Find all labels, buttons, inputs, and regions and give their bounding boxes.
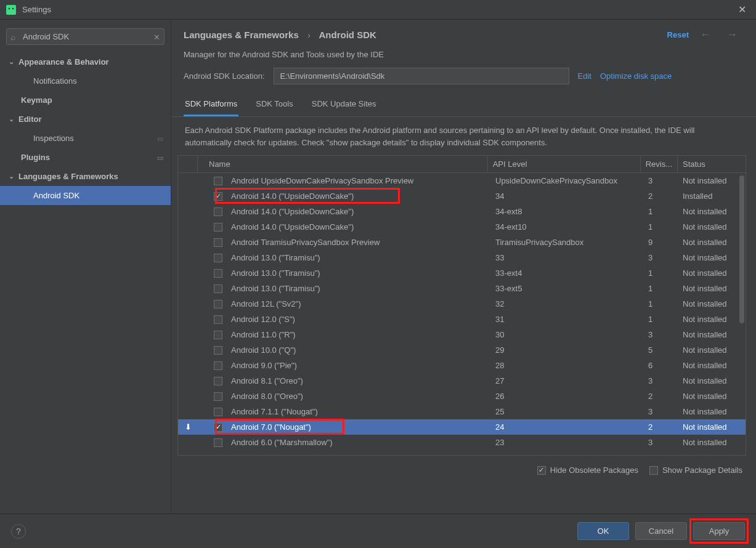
row-name: Android 11.0 ("R") xyxy=(226,326,490,343)
row-status: Installed xyxy=(678,188,746,204)
row-checkbox[interactable] xyxy=(214,238,222,247)
sidebar-item-3[interactable]: ⌄Editor xyxy=(0,110,171,129)
show-details-checkbox[interactable]: Show Package Details xyxy=(649,465,742,475)
row-checkbox[interactable] xyxy=(214,208,222,216)
col-rev-header[interactable]: Revis... xyxy=(641,156,678,172)
row-checkbox[interactable] xyxy=(214,192,222,201)
row-name: Android TiramisuPrivacySandbox Preview xyxy=(226,234,490,251)
row-status: Not installed xyxy=(678,234,746,251)
download-icon xyxy=(178,239,198,246)
row-api: 33-ext5 xyxy=(490,280,643,297)
row-checkbox[interactable] xyxy=(214,331,222,339)
download-icon xyxy=(178,270,198,277)
row-api: 30 xyxy=(490,326,643,343)
table-row[interactable]: Android 11.0 ("R")303Not installed xyxy=(178,327,746,342)
row-name: Android 7.1.1 ("Nougat") xyxy=(226,403,490,420)
sdk-location-input[interactable] xyxy=(274,68,569,84)
row-name: Android 14.0 ("UpsideDownCake") xyxy=(226,188,490,204)
sidebar-item-4[interactable]: Inspections▭ xyxy=(0,129,171,148)
sidebar-item-6[interactable]: ⌄Languages & Frameworks xyxy=(0,167,171,186)
row-checkbox[interactable] xyxy=(214,177,222,185)
breadcrumb-sep: › xyxy=(307,30,311,40)
row-api: 24 xyxy=(490,419,643,435)
row-status: Not installed xyxy=(678,296,746,312)
row-checkbox[interactable] xyxy=(214,361,222,370)
sdk-location-label: Android SDK Location: xyxy=(184,71,265,81)
table-row[interactable]: ⬇Android 7.0 ("Nougat")242Not installed xyxy=(178,419,746,435)
col-name-header[interactable]: Name xyxy=(198,156,488,172)
checkbox-icon xyxy=(537,466,546,475)
row-rev: 5 xyxy=(643,342,678,358)
row-rev: 1 xyxy=(643,296,678,312)
row-status: Not installed xyxy=(678,388,746,405)
table-row[interactable]: Android 12.0 ("S")311Not installed xyxy=(178,312,746,327)
table-row[interactable]: Android 14.0 ("UpsideDownCake")34-ext101… xyxy=(178,219,746,235)
table-body[interactable]: Android UpsideDownCakePrivacySandbox Pre… xyxy=(178,173,746,455)
row-status: Not installed xyxy=(678,403,746,420)
row-checkbox[interactable] xyxy=(214,223,222,232)
row-rev: 1 xyxy=(643,311,678,328)
row-status: Not installed xyxy=(678,173,746,189)
row-status: Not installed xyxy=(678,280,746,297)
row-checkbox[interactable] xyxy=(214,438,222,447)
row-checkbox[interactable] xyxy=(214,377,222,385)
tab-2[interactable]: SDK Update Sites xyxy=(311,94,378,116)
sidebar-item-1[interactable]: Notifications xyxy=(0,71,171,91)
cancel-button[interactable]: Cancel xyxy=(635,522,687,540)
table-row[interactable]: Android UpsideDownCakePrivacySandbox Pre… xyxy=(178,173,746,188)
row-checkbox[interactable] xyxy=(214,315,222,324)
optimize-link[interactable]: Optimize disk space xyxy=(600,71,672,81)
sidebar-item-5[interactable]: Plugins▭ xyxy=(0,148,171,167)
table-row[interactable]: Android 14.0 ("UpsideDownCake")34-ext81N… xyxy=(178,204,746,219)
row-checkbox[interactable] xyxy=(214,392,222,401)
row-name: Android 6.0 ("Marshmallow") xyxy=(226,434,490,451)
table-row[interactable]: Android 9.0 ("Pie")286Not installed xyxy=(178,358,746,373)
ok-button[interactable]: OK xyxy=(577,522,629,540)
table-row[interactable]: Android 13.0 ("Tiramisu")333Not installe… xyxy=(178,250,746,265)
row-checkbox[interactable] xyxy=(214,269,222,278)
row-api: 33-ext4 xyxy=(490,265,643,281)
page-description: Manager for the Android SDK and Tools us… xyxy=(171,47,756,68)
apply-button[interactable]: Apply xyxy=(693,522,745,540)
tab-1[interactable]: SDK Tools xyxy=(254,94,294,116)
download-icon xyxy=(178,316,198,323)
sidebar-tree: ⌄Appearance & BehaviorNotificationsKeyma… xyxy=(0,51,171,205)
pin-icon: ▭ xyxy=(157,134,163,142)
nav-arrows[interactable]: ← → xyxy=(700,28,744,41)
edit-location-link[interactable]: Edit xyxy=(578,71,591,81)
row-checkbox[interactable] xyxy=(214,300,222,308)
table-row[interactable]: Android 13.0 ("Tiramisu")33-ext51Not ins… xyxy=(178,281,746,296)
clear-search-icon[interactable]: ✕ xyxy=(153,32,160,41)
table-row[interactable]: Android TiramisuPrivacySandbox PreviewTi… xyxy=(178,235,746,250)
table-row[interactable]: Android 7.1.1 ("Nougat")253Not installed xyxy=(178,404,746,419)
download-icon xyxy=(178,439,198,446)
table-row[interactable]: Android 14.0 ("UpsideDownCake")342Instal… xyxy=(178,188,746,204)
reset-link[interactable]: Reset xyxy=(667,30,689,39)
close-icon[interactable]: ✕ xyxy=(734,2,750,17)
row-checkbox[interactable] xyxy=(214,346,222,355)
row-rev: 6 xyxy=(643,357,678,374)
table-row[interactable]: Android 8.1 ("Oreo")273Not installed xyxy=(178,373,746,389)
col-status-header[interactable]: Status xyxy=(678,156,746,172)
sidebar-item-7[interactable]: Android SDK xyxy=(0,186,171,205)
table-row[interactable]: Android 10.0 ("Q")295Not installed xyxy=(178,342,746,358)
row-checkbox[interactable] xyxy=(214,284,222,293)
row-checkbox[interactable] xyxy=(214,423,222,432)
search-input[interactable] xyxy=(6,28,165,45)
svg-point-1 xyxy=(9,7,10,9)
row-rev: 2 xyxy=(643,419,678,435)
table-row[interactable]: Android 8.0 ("Oreo")262Not installed xyxy=(178,389,746,404)
row-checkbox[interactable] xyxy=(214,254,222,262)
hide-obsolete-checkbox[interactable]: Hide Obsolete Packages xyxy=(537,465,638,475)
tab-0[interactable]: SDK Platforms xyxy=(184,94,238,116)
row-checkbox[interactable] xyxy=(214,408,222,416)
sidebar-item-0[interactable]: ⌄Appearance & Behavior xyxy=(0,52,171,71)
table-row[interactable]: Android 13.0 ("Tiramisu")33-ext41Not ins… xyxy=(178,265,746,281)
help-button[interactable]: ? xyxy=(11,524,26,539)
row-name: Android 9.0 ("Pie") xyxy=(226,357,490,374)
col-api-header[interactable]: API Level xyxy=(488,156,641,172)
sidebar-item-2[interactable]: Keymap xyxy=(0,91,171,110)
download-icon xyxy=(178,393,198,400)
table-row[interactable]: Android 6.0 ("Marshmallow")233Not instal… xyxy=(178,435,746,450)
table-row[interactable]: Android 12L ("Sv2")321Not installed xyxy=(178,296,746,312)
